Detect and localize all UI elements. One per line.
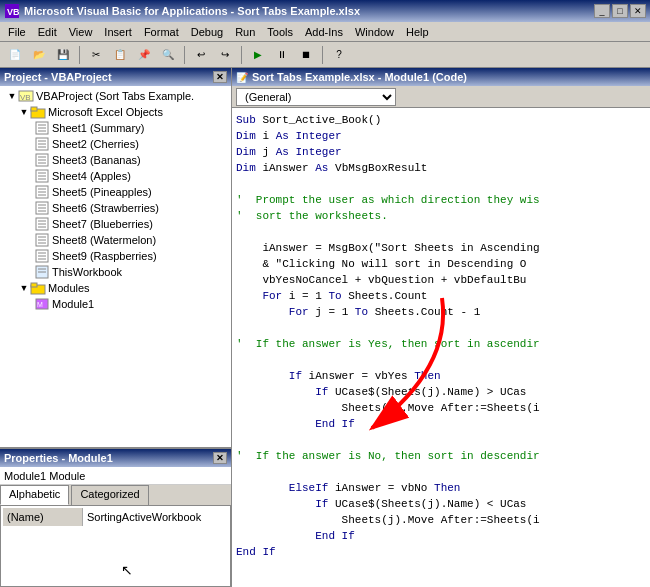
- project-panel-close[interactable]: ✕: [213, 71, 227, 83]
- sheet-icon: [34, 153, 50, 167]
- app-icon: VB: [4, 3, 20, 19]
- tree-item-sheet2[interactable]: Sheet2 (Cherries): [2, 136, 229, 152]
- properties-panel-close[interactable]: ✕: [213, 452, 227, 464]
- project-tree[interactable]: ▼ VB VBAProject (Sort Tabs Example. ▼ Mi…: [0, 86, 231, 447]
- stop-button[interactable]: ⏹: [295, 44, 317, 66]
- run-button[interactable]: ▶: [247, 44, 269, 66]
- paste-button[interactable]: 📌: [133, 44, 155, 66]
- code-line-15: ' If the answer is Yes, then sort in asc…: [236, 336, 646, 352]
- code-line-9: iAnswer = MsgBox("Sort Sheets in Ascendi…: [236, 240, 646, 256]
- close-button[interactable]: ✕: [630, 4, 646, 18]
- copy-button[interactable]: 📋: [109, 44, 131, 66]
- menu-item-tools[interactable]: Tools: [261, 24, 299, 40]
- break-button[interactable]: ⏸: [271, 44, 293, 66]
- code-line-14: [236, 320, 646, 336]
- toolbar-separator-2: [184, 46, 185, 64]
- tree-toggle[interactable]: ▼: [18, 283, 30, 293]
- code-line-4: Dim iAnswer As VbMsgBoxResult: [236, 160, 646, 176]
- menu-item-format[interactable]: Format: [138, 24, 185, 40]
- workbook-icon: [34, 265, 50, 279]
- code-line-11: vbYesNoCancel + vbQuestion + vbDefaultBu: [236, 272, 646, 288]
- tree-item-sheet6[interactable]: Sheet6 (Strawberries): [2, 200, 229, 216]
- tree-item-thisworkbook[interactable]: ThisWorkbook: [2, 264, 229, 280]
- code-line-7: ' sort the worksheets.: [236, 208, 646, 224]
- code-panel-icon: 📝: [236, 72, 248, 83]
- tree-item-sheet9[interactable]: Sheet9 (Raspberries): [2, 248, 229, 264]
- code-line-6: ' Prompt the user as which direction the…: [236, 192, 646, 208]
- tree-item-sheet1[interactable]: Sheet1 (Summary): [2, 120, 229, 136]
- new-button[interactable]: 📄: [4, 44, 26, 66]
- tree-item-sheet8[interactable]: Sheet8 (Watermelon): [2, 232, 229, 248]
- svg-rect-46: [31, 283, 37, 287]
- menu-item-edit[interactable]: Edit: [32, 24, 63, 40]
- menu-item-window[interactable]: Window: [349, 24, 400, 40]
- properties-module-name: Module1 Module: [0, 467, 231, 485]
- tree-item-label: Sheet6 (Strawberries): [52, 202, 159, 214]
- redo-button[interactable]: ↪: [214, 44, 236, 66]
- title-bar: VB Microsoft Visual Basic for Applicatio…: [0, 0, 650, 22]
- code-line-16: [236, 352, 646, 368]
- code-area[interactable]: Sub Sort_Active_Book() Dim i As Integer …: [232, 108, 650, 587]
- code-line-17: If iAnswer = vbYes Then: [236, 368, 646, 384]
- menu-item-view[interactable]: View: [63, 24, 99, 40]
- folder-icon: [30, 105, 46, 119]
- property-name-label: (Name): [3, 508, 83, 526]
- sheet-icon: [34, 185, 50, 199]
- tab-alphabetic[interactable]: Alphabetic: [0, 485, 69, 505]
- code-line-25: If UCase$(Sheets(j).Name) < UCas: [236, 496, 646, 512]
- code-line-21: [236, 432, 646, 448]
- menu-item-help[interactable]: Help: [400, 24, 435, 40]
- tree-item-modules[interactable]: ▼ Modules: [2, 280, 229, 296]
- menu-item-add-ins[interactable]: Add-Ins: [299, 24, 349, 40]
- tree-item-label: VBAProject (Sort Tabs Example.: [36, 90, 194, 102]
- code-line-23: [236, 464, 646, 480]
- svg-text:VB: VB: [20, 93, 31, 102]
- tree-item-sheet7[interactable]: Sheet7 (Blueberries): [2, 216, 229, 232]
- code-line-3: Dim j As Integer: [236, 144, 646, 160]
- general-dropdown[interactable]: (General): [236, 88, 396, 106]
- tree-item-label: Sheet1 (Summary): [52, 122, 144, 134]
- sheet-icon: [34, 249, 50, 263]
- toolbar-separator-4: [322, 46, 323, 64]
- properties-panel-header: Properties - Module1 ✕: [0, 449, 231, 467]
- menu-item-run[interactable]: Run: [229, 24, 261, 40]
- tab-categorized[interactable]: Categorized: [71, 485, 148, 505]
- sheet-icon: [34, 137, 50, 151]
- menu-item-insert[interactable]: Insert: [98, 24, 138, 40]
- save-button[interactable]: 💾: [52, 44, 74, 66]
- sheet-icon: [34, 169, 50, 183]
- menu-item-file[interactable]: File: [2, 24, 32, 40]
- tree-item-module1[interactable]: M Module1: [2, 296, 229, 312]
- menu-item-debug[interactable]: Debug: [185, 24, 229, 40]
- left-panel: Project - VBAProject ✕ ▼ VB VBAProject (…: [0, 68, 232, 587]
- open-button[interactable]: 📂: [28, 44, 50, 66]
- tree-item-sheet4[interactable]: Sheet4 (Apples): [2, 168, 229, 184]
- tree-item-label: Sheet2 (Cherries): [52, 138, 139, 150]
- find-button[interactable]: 🔍: [157, 44, 179, 66]
- code-panel: 📝 Sort Tabs Example.xlsx - Module1 (Code…: [232, 68, 650, 587]
- tree-item-label: Sheet3 (Bananas): [52, 154, 141, 166]
- properties-content: (Name) SortingActiveWorkbook ↖: [0, 505, 231, 587]
- tree-toggle[interactable]: ▼: [18, 107, 30, 117]
- tree-item-sheet5[interactable]: Sheet5 (Pineapples): [2, 184, 229, 200]
- help-button[interactable]: ?: [328, 44, 350, 66]
- code-panel-header: 📝 Sort Tabs Example.xlsx - Module1 (Code…: [232, 68, 650, 86]
- code-line-20: End If: [236, 416, 646, 432]
- toolbar-separator-1: [79, 46, 80, 64]
- tree-item-vbaproject[interactable]: ▼ VB VBAProject (Sort Tabs Example.: [2, 88, 229, 104]
- tree-item-label: Sheet9 (Raspberries): [52, 250, 157, 262]
- module-icon: M: [34, 297, 50, 311]
- maximize-button[interactable]: □: [612, 4, 628, 18]
- svg-text:M: M: [37, 301, 43, 308]
- code-line-12: For i = 1 To Sheets.Count: [236, 288, 646, 304]
- code-line-13: For j = 1 To Sheets.Count - 1: [236, 304, 646, 320]
- tree-toggle[interactable]: ▼: [6, 91, 18, 101]
- cut-button[interactable]: ✂: [85, 44, 107, 66]
- minimize-button[interactable]: _: [594, 4, 610, 18]
- property-name-value: SortingActiveWorkbook: [83, 508, 228, 526]
- tree-item-sheet3[interactable]: Sheet3 (Bananas): [2, 152, 229, 168]
- cursor-icon: ↖: [121, 562, 133, 578]
- title-bar-buttons[interactable]: _ □ ✕: [594, 4, 646, 18]
- tree-item-excel-objects[interactable]: ▼ Microsoft Excel Objects: [2, 104, 229, 120]
- undo-button[interactable]: ↩: [190, 44, 212, 66]
